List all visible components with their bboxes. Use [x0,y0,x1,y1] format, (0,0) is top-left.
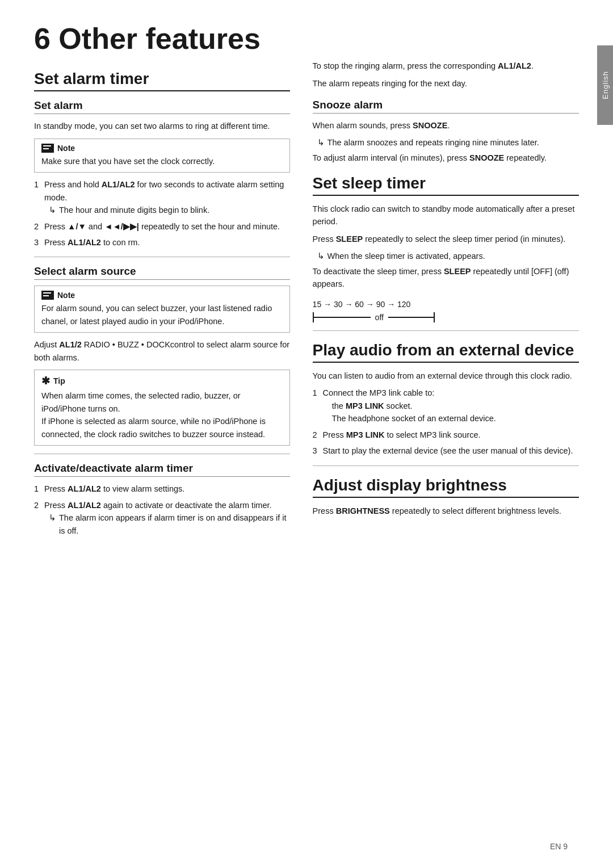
sleep-timeline-row: off [313,312,579,322]
note-box-1: Note Make sure that you have set the clo… [34,139,290,173]
sleep-diagram: 15 → 30 → 60 → 90 → 120 off [313,300,579,322]
note2-header: Note [41,291,283,300]
set-alarm-body: In standby mode, you can set two alarms … [34,120,290,132]
play-step-2: 2 Press MP3 LINK to select MP3 link sour… [313,429,579,441]
two-col-layout: Set alarm timer Set alarm In standby mod… [34,60,579,540]
alarm-step-2: 2 Press ▲/▼ and ◄◄/▶▶| repeatedly to set… [34,220,290,233]
tip-header: ✱ Tip [41,375,283,387]
activate-subtitle: Activate/deactivate alarm timer [34,462,290,477]
adjust-text: Adjust AL1/2 RADIO • BUZZ • DOCKcontrol … [34,338,290,364]
divider-4 [313,466,579,466]
side-tab-label: English [601,71,610,99]
sleep-diagram-numbers: 15 → 30 → 60 → 90 → 120 [313,300,411,309]
play-steps-list: 1 Connect the MP3 link cable to: the MP3… [313,387,579,457]
snooze-arrow: The alarm snoozes and repeats ringing ni… [313,136,579,149]
note1-label: Note [57,144,75,153]
activate-steps-list: 1 Press AL1/AL2 to view alarm settings. … [34,483,290,537]
page-container: English 6 Other features Set alarm timer… [0,0,613,868]
note-icon-2 [41,291,54,300]
left-column: Set alarm timer Set alarm In standby mod… [34,60,307,540]
alarm-step-1: 1 Press and hold AL1/AL2 for two seconds… [34,178,290,216]
tip-label: Tip [53,376,65,385]
sleep-arrows-row: 15 → 30 → 60 → 90 → 120 [313,300,579,309]
footer: EN 9 [550,842,568,851]
divider-2 [34,454,290,454]
note1-header: Note [41,144,283,153]
sleep-deactivate: To deactivate the sleep timer, press SLE… [313,265,579,291]
activate-step2-arrow: The alarm icon appears if alarm timer is… [44,511,290,537]
snooze-subtitle: Snooze alarm [313,99,579,114]
adjust-display-title: Adjust display brightness [313,476,579,498]
brightness-body: Press BRIGHTNESS repeatedly to select di… [313,505,579,517]
right-column: To stop the ringing alarm, press the cor… [307,60,579,540]
activate-step-2: 2 Press AL1/AL2 again to activate or dea… [34,499,290,537]
set-sleep-title: Set sleep timer [313,174,579,196]
timeline-line-right [388,317,434,318]
page-title: 6 Other features [34,23,579,55]
tip-text: When alarm time comes, the selected radi… [41,389,283,441]
alarm-steps-list: 1 Press and hold AL1/AL2 for two seconds… [34,178,290,249]
main-content: 6 Other features Set alarm timer Set ala… [0,0,613,868]
note2-text: For alarm sound, you can select buzzer, … [41,302,283,328]
step1-arrow: The hour and minute digits begin to blin… [44,204,290,216]
note-box-2: Note For alarm sound, you can select buz… [34,286,290,333]
top-right-text2: The alarm repeats ringing for the next d… [313,77,579,90]
play-audio-title: Play audio from an external device [313,341,579,363]
select-alarm-source-subtitle: Select alarm source [34,265,290,280]
set-alarm-timer-title: Set alarm timer [34,70,290,91]
side-tab: English [597,45,613,125]
top-right-text1: To stop the ringing alarm, press the cor… [313,60,579,73]
timeline-line [314,317,371,318]
tip-box: ✱ Tip When alarm time comes, the selecte… [34,370,290,446]
snooze-adjust: To adjust alarm interval (in minutes), p… [313,152,579,164]
snooze-body: When alarm sounds, press SNOOZE. [313,119,579,132]
play-audio-body: You can listen to audio from an external… [313,370,579,382]
timeline-off: off [375,313,384,322]
divider-1 [34,257,290,257]
play-step-1: 1 Connect the MP3 link cable to: the MP3… [313,387,579,425]
note-icon-1 [41,144,54,153]
note1-text: Make sure that you have set the clock co… [41,155,283,167]
sleep-body2: Press SLEEP repeatedly to select the sle… [313,233,579,245]
timeline-end-mark [434,312,435,322]
set-alarm-subtitle: Set alarm [34,99,290,114]
play-step-3: 3 Start to play the external device (see… [313,445,579,457]
divider-3 [313,330,579,331]
alarm-step-3: 3 Press AL1/AL2 to con rm. [34,236,290,249]
tip-star-icon: ✱ [41,375,50,387]
sleep-arrow: When the sleep timer is activated, appea… [313,250,579,262]
note2-label: Note [57,291,75,300]
activate-step-1: 1 Press AL1/AL2 to view alarm settings. [34,483,290,495]
sleep-body1: This clock radio can switch to standby m… [313,203,579,228]
